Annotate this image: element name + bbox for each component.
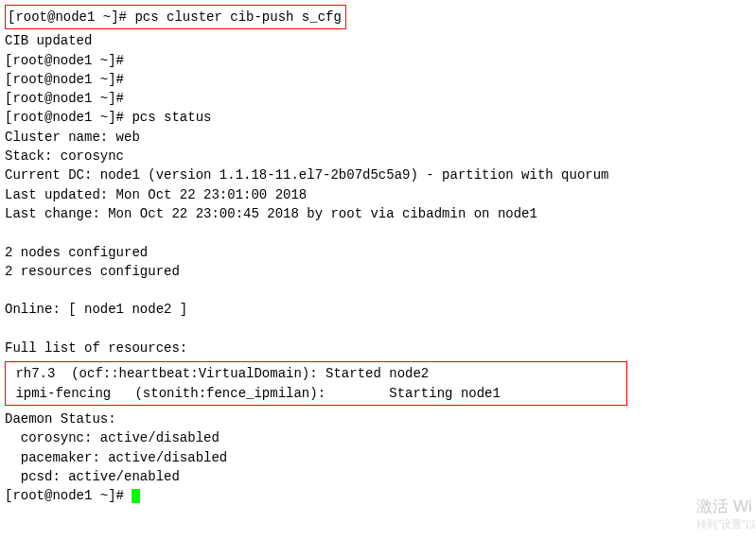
- resource-ipmi-fencing: ipmi-fencing (stonith:fence_ipmilan): St…: [8, 384, 623, 403]
- status-resources-header: Full list of resources:: [5, 339, 751, 357]
- shell-prompt: [root@node1 ~]#: [5, 488, 124, 503]
- shell-prompt: [root@node1 ~]#: [5, 53, 124, 68]
- status-last-updated: Last updated: Mon Oct 22 23:01:00 2018: [5, 185, 751, 204]
- daemon-status-header: Daemon Status:: [5, 409, 751, 428]
- watermark-title: 激活 Wi: [696, 496, 756, 510]
- status-resources-configured: 2 resources configured: [5, 262, 751, 281]
- daemon-pcsd: pcsd: active/enabled: [5, 467, 751, 486]
- terminal-cursor[interactable]: [132, 489, 140, 503]
- highlighted-resources-box: rh7.3 (ocf::heartbeat:VirtualDomain): St…: [5, 361, 627, 406]
- command-text: pcs status: [132, 110, 211, 125]
- command-text: pcs cluster cib-push s_cfg: [134, 9, 341, 25]
- shell-prompt: [root@node1 ~]#: [8, 9, 127, 25]
- shell-prompt: [root@node1 ~]#: [5, 110, 124, 125]
- daemon-corosync: corosync: active/disabled: [5, 428, 751, 447]
- highlighted-command-1: [root@node1 ~]# pcs cluster cib-push s_c…: [5, 5, 346, 29]
- resource-rh73: rh7.3 (ocf::heartbeat:VirtualDomain): St…: [8, 364, 623, 383]
- status-online-nodes: Online: [ node1 node2 ]: [5, 300, 751, 319]
- windows-activation-watermark: 激活 Wi 转到"设置"以: [696, 496, 756, 510]
- status-cluster-name: Cluster name: web: [5, 128, 751, 147]
- status-stack: Stack: corosync: [5, 147, 751, 165]
- status-current-dc: Current DC: node1 (version 1.1.18-11.el7…: [5, 165, 751, 184]
- shell-prompt: [root@node1 ~]#: [5, 91, 124, 106]
- shell-prompt: [root@node1 ~]#: [5, 72, 124, 87]
- daemon-pacemaker: pacemaker: active/disabled: [5, 448, 751, 467]
- status-nodes-configured: 2 nodes configured: [5, 243, 751, 262]
- output-cib-updated: CIB updated: [5, 31, 751, 50]
- status-last-change: Last change: Mon Oct 22 23:00:45 2018 by…: [5, 204, 751, 223]
